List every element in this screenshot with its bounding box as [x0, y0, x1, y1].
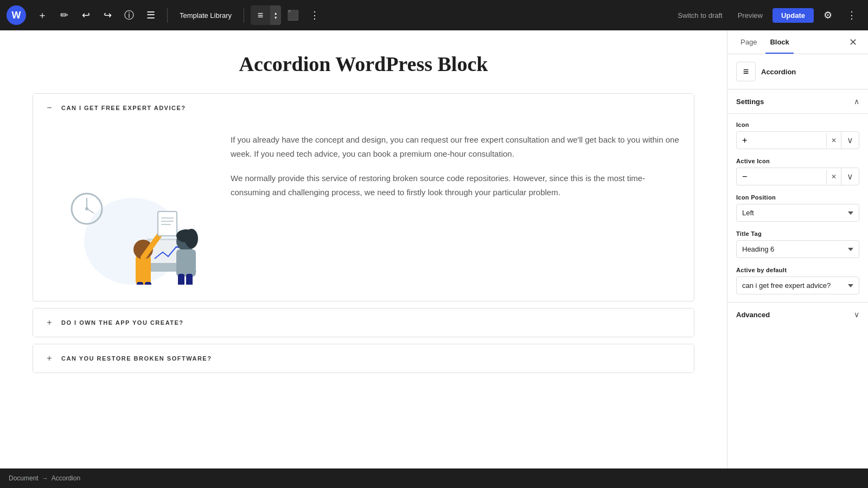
svg-rect-10: [158, 211, 177, 236]
icon-position-field: Icon Position Left Right: [736, 194, 859, 222]
svg-point-18: [185, 229, 198, 248]
settings-label: Settings: [736, 98, 764, 106]
icon-picker: + ✕ ∨: [736, 131, 859, 149]
svg-rect-15: [145, 282, 151, 285]
active-icon-field-label: Active Icon: [736, 158, 859, 164]
accordion-para-1: If you already have the concept and desi…: [231, 133, 681, 160]
settings-chevron-icon: ∧: [854, 97, 859, 106]
active-icon-current: −: [737, 169, 826, 185]
settings-body: Icon + ✕ ∨ Active Icon −: [727, 114, 868, 302]
accordion-header-1[interactable]: − CAN I GET FREE EXPERT ADVICE?: [33, 94, 694, 122]
advanced-chevron-icon: ∨: [854, 310, 859, 319]
accordion-icon-3: +: [44, 353, 55, 364]
active-by-default-label: Active by default: [736, 267, 859, 273]
icon-symbol: +: [742, 136, 747, 145]
toolbar-right: Switch to draft Preview Update ⚙ ⋮: [672, 5, 861, 25]
undo-button[interactable]: ↩: [76, 5, 95, 25]
title-tag-field: Title Tag Heading 1 Heading 2 Heading 3 …: [736, 230, 859, 258]
toolbar-divider-2: [244, 8, 244, 23]
tab-page[interactable]: Page: [736, 30, 761, 54]
fullscreen-button[interactable]: ⬛: [283, 5, 303, 25]
svg-rect-14: [137, 282, 143, 285]
active-icon-picker-open-button[interactable]: ∨: [841, 168, 859, 185]
align-group: ≡ ▲ ▼: [251, 5, 281, 25]
breadcrumb-document[interactable]: Document: [9, 474, 39, 482]
settings-gear-button[interactable]: ⚙: [818, 5, 838, 25]
template-library-button[interactable]: Template Library: [174, 8, 237, 23]
accordion-text: If you already have the concept and desi…: [231, 133, 681, 199]
accordion-item-2: + DO I OWN THE APP YOU CREATE?: [33, 308, 694, 337]
advanced-section: Advanced ∨: [727, 302, 868, 326]
active-by-default-field: Active by default can i get free expert …: [736, 267, 859, 294]
accordion-icon-1: −: [44, 102, 55, 113]
icon-clear-button[interactable]: ✕: [826, 133, 841, 147]
active-icon-field: Active Icon − ✕ ∨: [736, 158, 859, 185]
accordion-illustration: [46, 133, 209, 285]
active-icon-picker: − ✕ ∨: [736, 168, 859, 185]
block-header: ≡ Accordion: [727, 54, 868, 89]
block-icon: ≡: [736, 62, 756, 81]
active-icon-clear-button[interactable]: ✕: [826, 170, 841, 184]
svg-rect-20: [178, 274, 184, 285]
edit-tools-button[interactable]: ✏: [54, 5, 74, 25]
svg-rect-21: [186, 274, 193, 285]
accordion-icon-2: +: [44, 317, 55, 328]
breadcrumb-accordion[interactable]: Accordion: [52, 474, 80, 482]
sidebar-close-button[interactable]: ✕: [847, 34, 859, 50]
accordion-item-3: + CAN YOU RESTORE BROKEN SOFTWARE?: [33, 344, 694, 373]
align-content-button[interactable]: ≡: [251, 5, 270, 25]
advanced-label-text: Advanced: [736, 311, 770, 319]
icon-field-label: Icon: [736, 121, 859, 128]
title-tag-select[interactable]: Heading 1 Heading 2 Heading 3 Heading 4 …: [736, 240, 859, 258]
advanced-header[interactable]: Advanced ∨: [727, 303, 868, 326]
icon-field: Icon + ✕ ∨: [736, 121, 859, 149]
page-title: Accordion WordPress Block: [33, 52, 694, 76]
svg-line-4: [87, 209, 94, 213]
svg-rect-19: [176, 249, 196, 277]
accordion-title-3: CAN YOU RESTORE BROKEN SOFTWARE?: [61, 355, 212, 362]
breadcrumb-arrow: →: [42, 474, 48, 482]
icon-picker-open-button[interactable]: ∨: [841, 132, 859, 149]
accordion-title-2: DO I OWN THE APP YOU CREATE?: [61, 319, 184, 326]
tab-block[interactable]: Block: [765, 30, 793, 54]
settings-header[interactable]: Settings ∧: [727, 89, 868, 114]
accordion-content-1: If you already have the concept and desi…: [33, 122, 694, 301]
active-icon-symbol: −: [742, 172, 747, 182]
align-arrow[interactable]: ▲ ▼: [270, 5, 281, 25]
accordion-title-1: CAN I GET FREE EXPERT ADVICE?: [61, 105, 186, 111]
accordion-item-1: − CAN I GET FREE EXPERT ADVICE?: [33, 93, 694, 301]
more-options-button[interactable]: ⋮: [305, 5, 324, 25]
accordion-header-2[interactable]: + DO I OWN THE APP YOU CREATE?: [33, 309, 694, 337]
preview-button[interactable]: Preview: [732, 8, 768, 23]
icon-current: +: [737, 132, 826, 149]
add-block-button[interactable]: ＋: [33, 5, 52, 25]
main-layout: Accordion WordPress Block − CAN I GET FR…: [0, 30, 868, 468]
icon-position-label: Icon Position: [736, 194, 859, 201]
breadcrumb-bar: Document → Accordion: [0, 468, 868, 488]
editor-area: Accordion WordPress Block − CAN I GET FR…: [0, 30, 727, 468]
list-view-button[interactable]: ☰: [141, 5, 161, 25]
info-button[interactable]: ⓘ: [119, 5, 139, 25]
settings-section: Settings ∧ Icon + ✕ ∨ Act: [727, 89, 868, 302]
wordpress-logo[interactable]: W: [7, 5, 26, 25]
accordion-para-2: We normally provide this service of rest…: [231, 171, 681, 199]
redo-button[interactable]: ↪: [98, 5, 117, 25]
sidebar-tabs: Page Block ✕: [727, 30, 868, 54]
title-tag-label: Title Tag: [736, 230, 859, 237]
more-menu-button[interactable]: ⋮: [842, 5, 861, 25]
toolbar-divider-1: [167, 8, 168, 23]
block-label-text: Accordion: [761, 68, 796, 76]
right-sidebar: Page Block ✕ ≡ Accordion Settings ∧ Icon: [727, 30, 868, 468]
active-by-default-select[interactable]: can i get free expert advice? do i own t…: [736, 277, 859, 294]
switch-draft-button[interactable]: Switch to draft: [672, 8, 727, 23]
accordion-header-3[interactable]: + CAN YOU RESTORE BROKEN SOFTWARE?: [33, 344, 694, 373]
update-button[interactable]: Update: [773, 8, 814, 23]
icon-position-select[interactable]: Left Right: [736, 204, 859, 222]
toolbar: W ＋ ✏ ↩ ↪ ⓘ ☰ Template Library ≡ ▲ ▼ ⬛ ⋮…: [0, 0, 868, 30]
